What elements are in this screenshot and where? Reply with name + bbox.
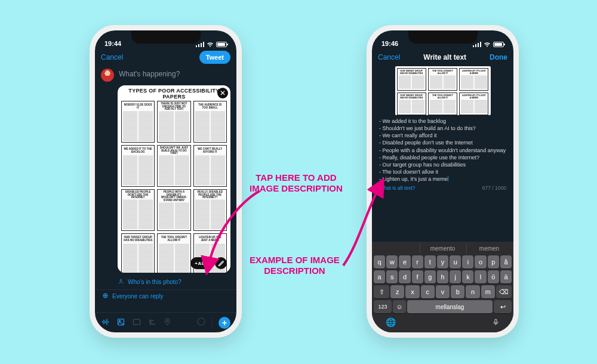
- tweet-button[interactable]: Tweet: [199, 51, 230, 64]
- key[interactable]: 123: [374, 300, 392, 313]
- arrow-to-example: [334, 179, 406, 272]
- key[interactable]: c: [421, 285, 435, 298]
- key[interactable]: ⇧: [374, 285, 389, 298]
- screen-compose: 19:44 Cancel Tweet What's happening? TYP…: [95, 30, 236, 332]
- tag-people-label: Who's in this photo?: [128, 279, 181, 285]
- char-progress-icon: [196, 317, 206, 329]
- paper-card: WE CAN'T REALLY AFFORD IT: [193, 145, 227, 187]
- reply-scope-label: Everyone can reply: [112, 293, 164, 300]
- paper-card: LIGHTEN UP, IT'S JUST A MEME: [459, 92, 488, 115]
- key[interactable]: mellanslag: [407, 300, 493, 313]
- key[interactable]: i: [462, 255, 473, 269]
- key[interactable]: ⌫: [496, 285, 512, 298]
- svg-point-5: [167, 320, 168, 322]
- key[interactable]: j: [450, 270, 461, 283]
- compose-toolbar: +: [95, 312, 236, 332]
- key[interactable]: p: [488, 255, 499, 269]
- image-icon[interactable]: [116, 317, 125, 328]
- svg-point-0: [120, 279, 122, 281]
- key[interactable]: å: [500, 255, 512, 269]
- key[interactable]: r: [412, 255, 423, 269]
- arrow-to-alt-button: [203, 185, 275, 280]
- key[interactable]: t: [424, 255, 436, 269]
- key[interactable]: ä: [500, 270, 512, 283]
- person-icon: [118, 278, 124, 286]
- globe-key[interactable]: 🌐: [386, 317, 396, 329]
- battery-icon: [493, 42, 504, 47]
- paper-card: WE ADDED IT TO THE BACKLOG: [121, 145, 155, 187]
- signal-icon: [196, 42, 204, 47]
- text-caret: [448, 176, 448, 181]
- phone-compose: 19:44 Cancel Tweet What's happening? TYP…: [90, 25, 242, 338]
- remove-image-button[interactable]: ✕: [217, 88, 228, 98]
- suggestion[interactable]: memento: [420, 243, 465, 254]
- key[interactable]: ↩: [494, 300, 512, 313]
- paper-card: PEOPLE WITH A DISABILITY WOULDN'T UNDER-…: [157, 189, 190, 231]
- status-time: 19:44: [104, 40, 121, 47]
- image-preview[interactable]: OUR TARGET GROUP HAS NO DISABILITIESTHE …: [395, 66, 491, 115]
- notch: [408, 30, 478, 44]
- key[interactable]: ö: [488, 270, 499, 283]
- key[interactable]: a: [374, 270, 385, 283]
- key[interactable]: d: [399, 270, 410, 283]
- paper-card: THE AUDIENCE IS TOO SMALL: [193, 101, 227, 143]
- suggestion[interactable]: memen: [466, 243, 512, 254]
- poll-icon[interactable]: [148, 317, 157, 328]
- paper-card: THE TOOL DOESN'T ALLOW IT: [157, 233, 190, 273]
- key[interactable]: l: [475, 270, 486, 283]
- alttext-navbar: Cancel Write alt text Done: [372, 48, 513, 66]
- paper-card: OUR TARGET GROUP HAS NO DISABILITIES: [397, 92, 426, 115]
- paper-card: LIGHTEN UP, IT'S JUST A MEME: [459, 68, 488, 91]
- alt-text-input[interactable]: - We added it to the backlog - Shouldn't…: [372, 118, 513, 183]
- audio-icon[interactable]: [101, 317, 110, 328]
- key[interactable]: f: [412, 270, 423, 283]
- wifi-icon: [207, 42, 214, 47]
- paper-card: THE TOOL DOESN'T ALLOW IT: [428, 92, 457, 115]
- paper-card: OUR TARGET GROUP HAS NO DISABILITIES: [397, 68, 426, 91]
- key[interactable]: o: [475, 255, 486, 269]
- page-title: Write alt text: [423, 53, 466, 61]
- char-count: 677 / 1000: [482, 185, 506, 191]
- attachment-title: TYPES OF POOR ACCESSIBILITY PAPERS: [118, 85, 230, 101]
- reply-scope-row[interactable]: Everyone can reply: [95, 289, 236, 303]
- avatar[interactable]: [101, 69, 114, 82]
- paper-card: THERE IS JUST NOT ENOUGH TIME TO ADD ALT…: [157, 101, 190, 143]
- toolbar-divider: [212, 317, 213, 328]
- done-button[interactable]: Done: [490, 53, 507, 61]
- key[interactable]: k: [462, 270, 473, 283]
- key[interactable]: g: [424, 270, 436, 283]
- key[interactable]: ☺: [393, 300, 406, 313]
- key[interactable]: h: [437, 270, 448, 283]
- key[interactable]: s: [386, 270, 398, 283]
- key[interactable]: y: [437, 255, 448, 269]
- svg-point-3: [119, 320, 121, 321]
- key[interactable]: n: [466, 285, 479, 298]
- key[interactable]: x: [405, 285, 419, 298]
- key[interactable]: u: [450, 255, 461, 269]
- compose-navbar: Cancel Tweet: [95, 48, 236, 66]
- cancel-button[interactable]: Cancel: [101, 53, 123, 61]
- cancel-button[interactable]: Cancel: [378, 53, 400, 61]
- status-time: 19:46: [381, 40, 398, 47]
- signal-icon: [473, 42, 481, 47]
- paper-card: THE TOOL DOESN'T ALLOW IT: [428, 68, 457, 91]
- notch: [131, 30, 201, 44]
- key[interactable]: b: [451, 285, 464, 298]
- key[interactable]: m: [481, 285, 495, 298]
- wifi-icon: [484, 42, 491, 47]
- globe-icon: [102, 292, 109, 300]
- key[interactable]: v: [436, 285, 450, 298]
- add-thread-button[interactable]: +: [219, 317, 230, 329]
- battery-icon: [216, 42, 227, 47]
- mic-key[interactable]: [492, 317, 500, 329]
- key[interactable]: z: [390, 285, 404, 298]
- gif-icon[interactable]: [132, 317, 141, 328]
- compose-input[interactable]: What's happening?: [119, 69, 180, 82]
- svg-rect-4: [133, 319, 140, 325]
- svg-rect-7: [495, 319, 497, 323]
- location-icon[interactable]: [164, 317, 171, 328]
- paper-card: SHOULDN'T WE JUST BUILD AN AI TO DO THIS…: [157, 145, 190, 187]
- paper-card: OUR TARGET GROUP HAS NO DISABILITIES: [121, 233, 155, 273]
- svg-point-6: [198, 318, 205, 325]
- paper-card: DISABLED PEOPLE DON'T USE THE INTERNET: [121, 189, 155, 231]
